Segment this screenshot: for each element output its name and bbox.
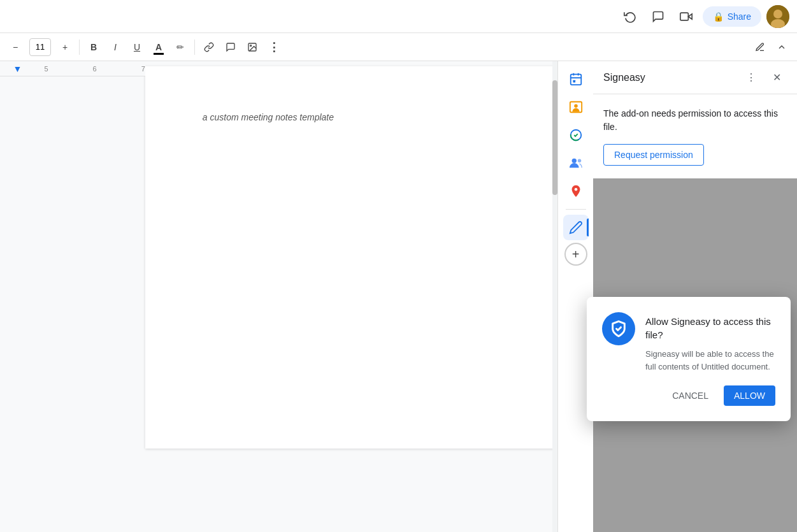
history-button[interactable]: [619, 5, 642, 28]
text-color-label: A: [155, 42, 162, 52]
panel-header: Signeasy ⋮ ✕: [593, 61, 797, 94]
svg-point-18: [574, 188, 577, 191]
add-app-button[interactable]: +: [564, 243, 587, 266]
ruler-mark-7: 7: [141, 65, 145, 73]
svg-point-16: [571, 159, 576, 163]
color-underline: [154, 53, 164, 55]
text-color-button[interactable]: A: [148, 37, 169, 57]
collapse-toolbar-button[interactable]: [772, 37, 792, 57]
svg-marker-0: [688, 13, 692, 18]
bold-button[interactable]: B: [83, 37, 104, 57]
lock-icon: 🔒: [713, 11, 724, 22]
italic-button[interactable]: I: [105, 37, 126, 57]
panel-more-button[interactable]: ⋮: [741, 68, 761, 88]
svg-point-13: [574, 104, 578, 108]
doc-wrapper: a custom meeting notes template: [145, 61, 557, 532]
doc-area[interactable]: 3 4 5 6 7 ▼ a custom meeting notes templ…: [0, 61, 557, 532]
sidebar-item-signeasy[interactable]: [563, 215, 589, 240]
highlight-button[interactable]: ✏: [170, 37, 190, 57]
share-button[interactable]: 🔒 Share: [703, 6, 761, 27]
avatar[interactable]: [766, 5, 789, 28]
signeasy-panel: Signeasy ⋮ ✕ The add-on needs permission…: [593, 61, 797, 532]
comment-button[interactable]: [220, 37, 241, 57]
document-body-text: a custom meeting notes template: [203, 112, 557, 122]
decrease-font-button[interactable]: −: [5, 37, 25, 57]
sidebar-item-people[interactable]: [563, 150, 589, 176]
panel-title: Signeasy: [603, 72, 645, 83]
dialog-cancel-button[interactable]: CANCEL: [662, 385, 719, 406]
panel-permission-message: The add-on needs permission to access th…: [603, 107, 787, 134]
sidebar-item-tasks[interactable]: [563, 122, 589, 148]
ruler-arrow: ▼: [13, 64, 22, 74]
top-toolbar: 🔒 Share: [0, 0, 797, 33]
increase-font-button[interactable]: +: [55, 37, 75, 57]
dialog-actions: CANCEL ALLOW: [602, 385, 775, 406]
scrollbar-track[interactable]: [552, 61, 557, 532]
dialog-header: Allow Signeasy to access this file?: [602, 312, 775, 345]
svg-point-3: [773, 10, 782, 18]
svg-rect-1: [680, 13, 688, 20]
permission-dialog: Allow Signeasy to access this file? Sign…: [587, 297, 791, 421]
svg-point-6: [250, 45, 252, 46]
share-label: Share: [728, 11, 751, 22]
divider-2: [194, 40, 195, 55]
chat-button[interactable]: [647, 5, 670, 28]
sidebar-item-contacts[interactable]: [563, 94, 589, 120]
app-sidebar: +: [557, 61, 593, 532]
request-permission-button[interactable]: Request permission: [603, 144, 704, 166]
ruler-mark-5: 5: [44, 65, 48, 73]
dialog-body: Signeasy will be able to access the full…: [602, 348, 775, 373]
svg-point-17: [577, 159, 581, 163]
ruler-mark-6: 6: [93, 65, 97, 73]
sidebar-divider: [566, 209, 586, 210]
more-button[interactable]: ⋮: [264, 37, 284, 57]
pencil-mode-button[interactable]: [750, 37, 770, 57]
image-button[interactable]: [242, 37, 262, 57]
active-indicator: [587, 219, 589, 236]
dialog-allow-button[interactable]: ALLOW: [724, 385, 775, 406]
scrollbar-thumb[interactable]: [552, 80, 557, 195]
panel-header-icons: ⋮ ✕: [741, 68, 787, 88]
font-size-box: [29, 38, 51, 56]
document-page[interactable]: a custom meeting notes template: [145, 66, 557, 449]
format-toolbar: − + B I U A ✏ ⋮: [0, 33, 797, 61]
underline-button[interactable]: U: [127, 37, 147, 57]
ruler: 3 4 5 6 7 ▼: [0, 61, 145, 76]
sidebar-item-maps[interactable]: [563, 178, 589, 204]
svg-rect-11: [573, 80, 575, 83]
sidebar-item-calendar[interactable]: [563, 66, 589, 92]
dialog-shield-icon: [602, 312, 635, 345]
svg-rect-7: [570, 75, 581, 85]
divider-1: [79, 40, 80, 55]
panel-close-button[interactable]: ✕: [766, 68, 787, 88]
meet-button[interactable]: [675, 5, 698, 28]
dialog-title: Allow Signeasy to access this file?: [645, 312, 775, 341]
panel-content: The add-on needs permission to access th…: [593, 94, 797, 178]
main-area: 3 4 5 6 7 ▼ a custom meeting notes templ…: [0, 61, 797, 532]
font-size-input[interactable]: [30, 42, 50, 52]
link-button[interactable]: [199, 37, 219, 57]
